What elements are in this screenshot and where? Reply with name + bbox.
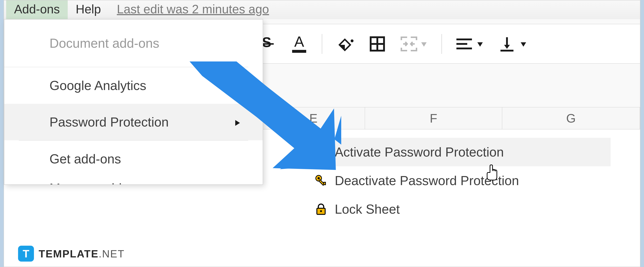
- menu-help[interactable]: Help: [68, 0, 109, 20]
- svg-text:S: S: [262, 36, 271, 50]
- watermark-text: TEMPLATE.NET: [39, 248, 124, 260]
- borders-icon[interactable]: [368, 34, 387, 54]
- menu-addons[interactable]: Add-ons: [6, 0, 68, 20]
- toolbar-separator: [442, 34, 442, 54]
- annotation-arrow: [179, 62, 345, 181]
- fill-color-icon[interactable]: [335, 34, 355, 54]
- pointer-cursor-icon: [486, 164, 498, 181]
- svg-marker-16: [504, 45, 510, 49]
- svg-marker-18: [521, 42, 526, 47]
- toolbar-icons: S A: [257, 34, 529, 54]
- svg-rect-3: [292, 50, 306, 53]
- dropdown-item-label: Password Protection: [50, 115, 169, 129]
- submenu-item-label: Lock Sheet: [335, 202, 400, 216]
- password-protection-submenu: Activate Password Protection Deactivate …: [304, 138, 610, 223]
- watermark-thin: .NET: [98, 248, 124, 259]
- last-edit-link[interactable]: Last edit was 2 minutes ago: [109, 0, 277, 20]
- svg-marker-10: [421, 42, 427, 47]
- svg-marker-14: [477, 42, 483, 47]
- svg-text:A: A: [294, 34, 304, 50]
- watermark-bold: TEMPLATE: [39, 248, 98, 259]
- watermark: T TEMPLATE.NET: [18, 246, 124, 261]
- submenu-item-activate[interactable]: Activate Password Protection: [304, 138, 610, 166]
- menubar: Add-ons Help Last edit was 2 minutes ago: [4, 0, 640, 19]
- dropdown-header: Document add-ons: [4, 20, 248, 67]
- toolbar-separator: [322, 34, 322, 54]
- svg-point-4: [350, 39, 354, 42]
- text-color-icon[interactable]: A: [289, 34, 309, 54]
- svg-point-29: [320, 210, 322, 212]
- horizontal-align-icon[interactable]: [454, 34, 485, 54]
- column-header-g[interactable]: G: [502, 107, 640, 129]
- svg-marker-31: [190, 62, 336, 170]
- merge-cells-icon[interactable]: [400, 34, 429, 54]
- lock-icon: [314, 203, 328, 216]
- column-header-f[interactable]: F: [365, 107, 502, 129]
- submenu-item-deactivate[interactable]: Deactivate Password Protection: [304, 166, 610, 195]
- svg-rect-27: [324, 182, 326, 185]
- vertical-align-icon[interactable]: [498, 34, 529, 54]
- watermark-badge: T: [18, 246, 34, 261]
- submenu-item-label: Activate Password Protection: [335, 145, 504, 159]
- submenu-item-lock-sheet[interactable]: Lock Sheet: [304, 195, 610, 223]
